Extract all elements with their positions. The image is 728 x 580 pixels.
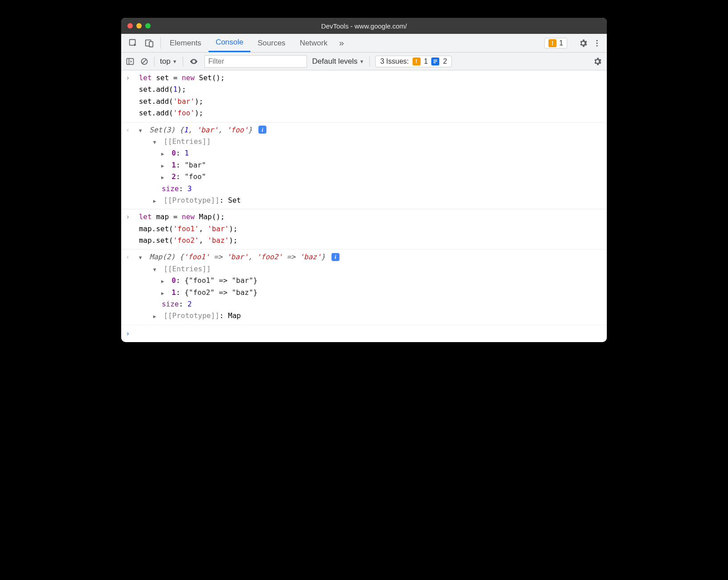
svg-line-9 <box>143 59 146 63</box>
console-prompt[interactable]: › <box>121 325 607 342</box>
disclosure-triangle-icon[interactable] <box>139 251 145 263</box>
input-caret-icon: › <box>126 211 135 223</box>
code-block[interactable]: let set = new Set(); set.add(1); set.add… <box>139 72 225 119</box>
window-title: DevTools - www.google.com/ <box>121 22 607 30</box>
sidebar-toggle-icon[interactable] <box>126 57 135 66</box>
svg-point-4 <box>596 42 597 44</box>
minimize-icon[interactable] <box>136 23 142 29</box>
close-icon[interactable] <box>127 23 133 29</box>
issues-warn-count: 1 <box>424 57 428 65</box>
disclosure-triangle-icon[interactable] <box>161 159 168 171</box>
issues-info-count: 2 <box>443 57 447 65</box>
tab-sources[interactable]: Sources <box>250 34 292 52</box>
settings-gear-icon[interactable] <box>578 38 588 48</box>
log-levels-select[interactable]: Default levels ▼ <box>312 57 364 66</box>
clear-console-icon[interactable] <box>140 57 149 66</box>
levels-label: Default levels <box>312 57 358 66</box>
dropdown-caret-icon: ▼ <box>360 59 364 64</box>
disclosure-triangle-icon[interactable] <box>153 195 160 206</box>
internal-slot-label: [[Entries]] <box>164 265 211 273</box>
maximize-icon[interactable] <box>145 23 151 29</box>
disclosure-triangle-icon[interactable] <box>161 147 168 159</box>
issues-label: 3 Issues: <box>380 57 409 65</box>
tabs-overflow-icon[interactable]: » <box>335 34 348 52</box>
titlebar: DevTools - www.google.com/ <box>121 18 607 34</box>
tab-elements[interactable]: Elements <box>163 34 209 52</box>
context-label: top <box>160 57 171 66</box>
console-output-entry: ‹ Map(2) {'foo1' => 'bar', 'foo2' => 'ba… <box>121 249 607 325</box>
device-toolbar-icon[interactable] <box>144 38 154 48</box>
disclosure-triangle-icon[interactable] <box>153 310 160 322</box>
console-input-entry: › let map = new Map(); map.set('foo1', '… <box>121 209 607 249</box>
disclosure-triangle-icon[interactable] <box>153 136 160 147</box>
console-output-entry: ‹ Set(3) {1, 'bar', 'foo'} i [[Entries]]… <box>121 123 607 210</box>
internal-slot-label: [[Entries]] <box>164 137 211 146</box>
dropdown-caret-icon: ▼ <box>172 59 177 64</box>
object-preview[interactable]: Map(2) {'foo1' => 'bar', 'foo2' => 'baz'… <box>139 251 339 322</box>
console-input-entry: › let set = new Set(); set.add(1); set.a… <box>121 70 607 123</box>
prompt-caret-icon: › <box>126 329 130 338</box>
object-preview[interactable]: Set(3) {1, 'bar', 'foo'} i [[Entries]] 0… <box>139 124 267 207</box>
issues-button[interactable]: 3 Issues: ! 1 2 <box>375 56 452 67</box>
tab-network[interactable]: Network <box>293 34 335 52</box>
svg-rect-6 <box>127 58 134 64</box>
output-caret-icon: ‹ <box>126 251 135 263</box>
warning-icon: ! <box>548 39 556 47</box>
console-settings-gear-icon[interactable] <box>593 57 602 66</box>
filter-input[interactable] <box>204 55 307 68</box>
live-expression-icon[interactable] <box>188 57 199 66</box>
warnings-count: 1 <box>559 39 563 47</box>
disclosure-triangle-icon[interactable] <box>161 287 168 298</box>
window-controls <box>127 23 151 29</box>
console-toolbar: top ▼ Default levels ▼ 3 Issues: ! 1 2 <box>121 53 607 70</box>
inspect-element-icon[interactable] <box>128 38 138 48</box>
info-badge-icon[interactable]: i <box>331 253 339 261</box>
disclosure-triangle-icon[interactable] <box>161 171 168 183</box>
svg-point-5 <box>596 45 597 46</box>
main-tabbar: Elements Console Sources Network » ! 1 <box>121 34 607 53</box>
disclosure-triangle-icon[interactable] <box>153 263 160 275</box>
disclosure-triangle-icon[interactable] <box>161 275 168 286</box>
input-caret-icon: › <box>126 72 135 84</box>
tab-console[interactable]: Console <box>209 34 250 52</box>
warnings-button[interactable]: ! 1 <box>544 38 567 49</box>
info-badge-icon[interactable]: i <box>258 126 266 134</box>
console-body: › let set = new Set(); set.add(1); set.a… <box>121 70 607 342</box>
execution-context-select[interactable]: top ▼ <box>160 57 177 66</box>
code-block[interactable]: let map = new Map(); map.set('foo1', 'ba… <box>139 211 238 246</box>
svg-point-10 <box>193 61 194 62</box>
output-caret-icon: ‹ <box>126 124 135 136</box>
svg-rect-2 <box>149 41 153 47</box>
warning-icon: ! <box>413 57 421 65</box>
disclosure-triangle-icon[interactable] <box>139 124 145 136</box>
info-icon <box>431 57 439 65</box>
devtools-window: DevTools - www.google.com/ Elements Cons… <box>121 18 607 342</box>
kebab-menu-icon[interactable] <box>593 39 601 48</box>
svg-point-3 <box>596 40 597 41</box>
